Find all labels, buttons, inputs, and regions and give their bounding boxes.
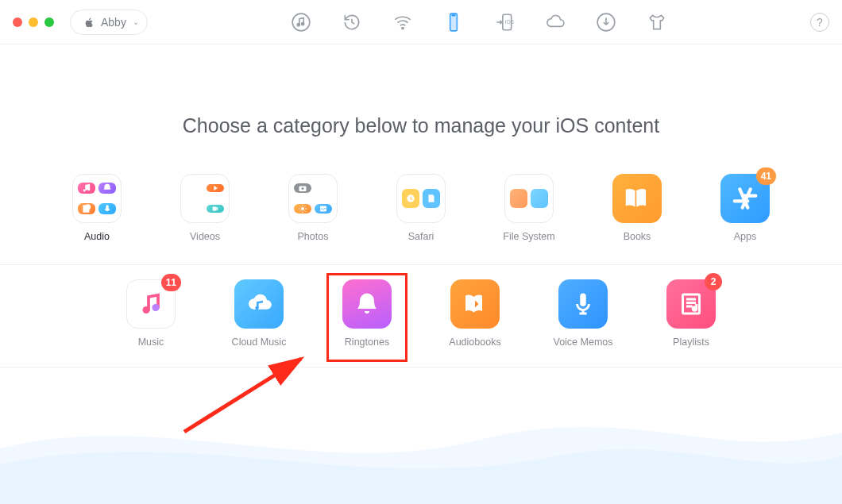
svg-point-12 bbox=[85, 204, 91, 210]
svg-point-21 bbox=[153, 304, 160, 311]
svg-point-22 bbox=[255, 306, 258, 310]
subcategory-label: Ringtones bbox=[345, 337, 389, 348]
category-filesystem[interactable]: File System bbox=[493, 174, 565, 242]
minimize-window[interactable] bbox=[29, 17, 38, 27]
history-tab[interactable] bbox=[338, 8, 366, 37]
svg-line-26 bbox=[184, 359, 301, 432]
category-label: File System bbox=[503, 231, 554, 242]
category-label: Books bbox=[624, 231, 651, 242]
apple-icon bbox=[83, 17, 95, 28]
subcategory-ringtones[interactable]: Ringtones bbox=[331, 279, 403, 348]
books-icon bbox=[612, 174, 662, 223]
category-books[interactable]: Books bbox=[601, 174, 673, 242]
subcategory-label: Music bbox=[138, 337, 164, 348]
category-label: Audio bbox=[84, 231, 110, 242]
titlebar: Abby ⌄ iOS ? bbox=[0, 0, 842, 44]
device-selector[interactable]: Abby ⌄ bbox=[70, 10, 148, 35]
photos-folder-icon bbox=[288, 174, 338, 223]
skin-tab[interactable] bbox=[643, 8, 671, 37]
svg-rect-6 bbox=[452, 14, 455, 15]
svg-point-3 bbox=[402, 27, 404, 29]
subcategory-label: Audiobooks bbox=[449, 337, 500, 348]
svg-rect-23 bbox=[580, 294, 586, 307]
badge: 2 bbox=[705, 273, 722, 290]
ringtones-icon bbox=[342, 279, 392, 329]
playlists-icon: 2 bbox=[666, 279, 716, 329]
music-icon: 11 bbox=[126, 279, 176, 329]
badge: 41 bbox=[756, 167, 776, 185]
category-label: Videos bbox=[190, 231, 220, 242]
wifi-tab[interactable] bbox=[388, 8, 417, 37]
toolbar: iOS bbox=[148, 8, 810, 37]
badge: 11 bbox=[161, 274, 181, 291]
safari-folder-icon bbox=[396, 174, 446, 223]
close-window[interactable] bbox=[13, 17, 22, 27]
category-audio[interactable]: Audio bbox=[61, 174, 133, 242]
subcategory-playlists[interactable]: 2 Playlists bbox=[655, 279, 727, 348]
category-safari[interactable]: Safari bbox=[385, 174, 457, 242]
category-label: Safari bbox=[408, 231, 435, 242]
svg-point-16 bbox=[302, 187, 304, 190]
subcategory-cloud-music[interactable]: Cloud Music bbox=[223, 279, 295, 348]
device-tab[interactable] bbox=[439, 8, 468, 37]
category-label: Apps bbox=[734, 231, 757, 242]
svg-point-11 bbox=[87, 188, 90, 190]
svg-point-2 bbox=[301, 22, 303, 25]
to-ios-tab[interactable]: iOS bbox=[490, 8, 519, 37]
svg-point-17 bbox=[301, 207, 304, 210]
category-photos[interactable]: Photos bbox=[277, 174, 349, 242]
help-button[interactable]: ? bbox=[810, 13, 829, 32]
subcategory-music[interactable]: 11 Music bbox=[115, 279, 187, 348]
voice-memos-icon bbox=[558, 279, 608, 329]
category-apps[interactable]: 41 Apps bbox=[709, 174, 781, 242]
subcategory-label: Cloud Music bbox=[232, 337, 287, 348]
icloud-tab[interactable] bbox=[541, 8, 570, 37]
subcategory-row: 11 Music Cloud Music Ringtones Audiobook… bbox=[0, 279, 842, 367]
apps-icon: 41 bbox=[720, 174, 770, 223]
window-controls bbox=[13, 17, 54, 27]
subcategory-label: Voice Memos bbox=[553, 337, 612, 348]
category-row: Audio Videos Photos Safari File Syst bbox=[0, 174, 842, 265]
subcategory-label: Playlists bbox=[673, 337, 709, 348]
filesystem-folder-icon bbox=[504, 174, 554, 223]
svg-point-20 bbox=[143, 306, 150, 314]
category-videos[interactable]: Videos bbox=[169, 174, 241, 242]
subcategory-audiobooks[interactable]: Audiobooks bbox=[439, 279, 511, 348]
chevron-down-icon: ⌄ bbox=[133, 17, 139, 26]
svg-point-1 bbox=[297, 23, 299, 25]
audio-library-tab[interactable] bbox=[287, 8, 315, 37]
subcategory-voice-memos[interactable]: Voice Memos bbox=[547, 279, 619, 348]
audio-folder-icon bbox=[72, 174, 122, 223]
page-title: Choose a category below to manage your i… bbox=[0, 114, 842, 137]
videos-folder-icon bbox=[180, 174, 230, 223]
audiobooks-icon bbox=[450, 279, 500, 329]
svg-point-10 bbox=[83, 189, 86, 191]
downloads-tab[interactable] bbox=[592, 8, 620, 37]
zoom-window[interactable] bbox=[44, 17, 54, 27]
svg-text:iOS: iOS bbox=[505, 19, 515, 25]
background-waves bbox=[0, 385, 842, 504]
svg-point-0 bbox=[292, 13, 310, 31]
cloud-music-icon bbox=[234, 279, 284, 329]
device-name: Abby bbox=[101, 16, 126, 29]
category-label: Photos bbox=[298, 231, 329, 242]
svg-rect-14 bbox=[213, 207, 217, 211]
